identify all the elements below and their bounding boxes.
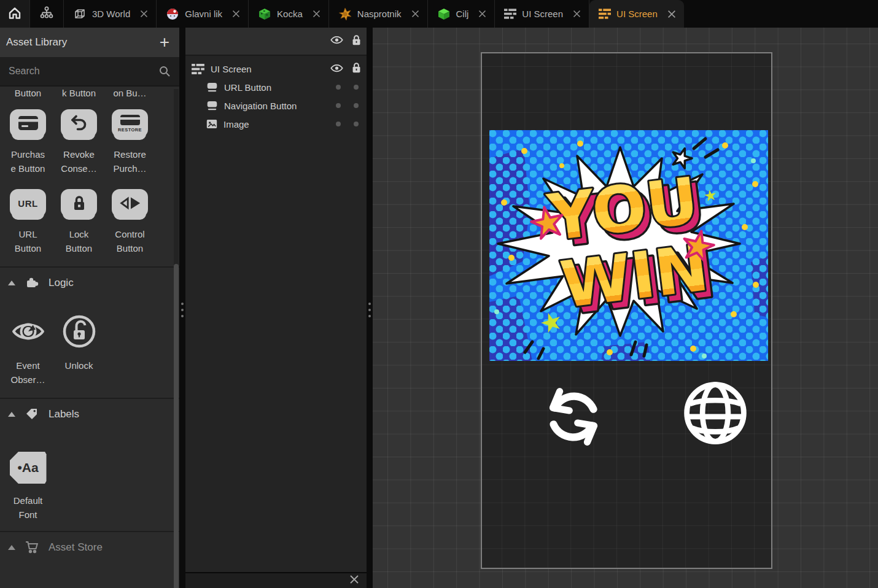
- credit-card-button-icon: [10, 109, 46, 137]
- tab-kocka[interactable]: Kocka: [249, 0, 329, 28]
- tab-ui-screen-2-active[interactable]: UI Screen: [589, 0, 684, 28]
- asset-grid-row-1: Purchas e Button Revoke Conse… RESTORE: [0, 109, 179, 176]
- tag-icon: [25, 407, 39, 422]
- panel-divider-right[interactable]: [367, 28, 373, 588]
- close-tab-icon[interactable]: [411, 10, 419, 18]
- hidden-visibility-dot[interactable]: [336, 103, 341, 108]
- add-asset-button[interactable]: +: [160, 36, 169, 48]
- tree-row-url-button[interactable]: URL Button: [185, 78, 367, 96]
- hidden-lock-dot[interactable]: [354, 122, 359, 126]
- tab-cilj[interactable]: Cilj: [428, 0, 495, 28]
- tree-row-image[interactable]: Image: [185, 115, 367, 133]
- design-canvas[interactable]: YOU WIN YOU WIN: [373, 28, 878, 588]
- close-panel-icon[interactable]: [349, 574, 359, 587]
- tree-row-label: URL Button: [224, 82, 336, 93]
- asset-event-observer[interactable]: Event Obser…: [2, 314, 53, 387]
- asset-label-line: Revoke: [61, 147, 96, 161]
- visibility-eye-icon[interactable]: [330, 63, 343, 75]
- close-tab-icon[interactable]: [667, 10, 676, 18]
- hidden-visibility-dot[interactable]: [336, 85, 341, 90]
- asset-label-line: Obser…: [11, 373, 45, 387]
- tab-label: Kocka: [277, 9, 303, 19]
- asset-url-button[interactable]: URL URL Button: [2, 189, 53, 255]
- asset-store-header[interactable]: Asset Store: [0, 532, 179, 563]
- cart-icon: [25, 540, 39, 555]
- tree-row-ui-screen[interactable]: UI Screen: [185, 60, 367, 78]
- button-shape-icon: [206, 82, 218, 92]
- divider-drag-handle[interactable]: [181, 303, 184, 317]
- collapse-triangle-icon[interactable]: [8, 280, 15, 285]
- asset-unlock[interactable]: Unlock: [53, 314, 104, 387]
- asset-label-line: Event: [11, 358, 45, 373]
- hidden-lock-dot[interactable]: [354, 85, 359, 90]
- button-shape-icon: [206, 101, 218, 110]
- hidden-lock-dot[interactable]: [354, 103, 359, 108]
- home-button[interactable]: [0, 0, 30, 28]
- close-tab-icon[interactable]: [573, 10, 581, 18]
- asset-lock-button[interactable]: Lock Button: [53, 189, 104, 255]
- logic-section-header[interactable]: Logic: [0, 268, 179, 298]
- tab-label: UI Screen: [522, 9, 563, 19]
- search-input[interactable]: [9, 66, 158, 77]
- ui-layout-icon: [192, 64, 204, 74]
- sidebar-scrollbar-track[interactable]: [174, 89, 179, 588]
- asset-label-line: Font: [14, 508, 43, 522]
- asset-store-title: Asset Store: [49, 541, 103, 554]
- cube-wireframe-icon: [73, 7, 87, 21]
- clipped-label[interactable]: k Button: [62, 88, 96, 100]
- tab-label: UI Screen: [616, 9, 658, 19]
- tab-3d-world[interactable]: 3D World: [64, 0, 157, 28]
- asset-label-line: Default: [14, 493, 43, 508]
- hierarchy-header: [185, 28, 367, 56]
- logic-items-row: Event Obser… Unlock: [0, 314, 179, 387]
- asset-label-line: Purchas: [11, 147, 45, 161]
- clipped-label[interactable]: Button: [15, 88, 41, 100]
- collapse-triangle-icon[interactable]: [8, 412, 15, 417]
- asset-default-font[interactable]: •Aa Default Font: [2, 452, 53, 522]
- asset-label-line: Purch…: [113, 161, 146, 176]
- panel-divider-left[interactable]: [179, 28, 185, 588]
- asset-restore-purchases-button[interactable]: RESTORE Restore Purch…: [104, 109, 155, 176]
- font-tag-icon: •Aa: [10, 452, 47, 484]
- clipped-label[interactable]: on Bu…: [113, 88, 146, 100]
- scene-hierarchy-button[interactable]: [30, 0, 64, 28]
- close-tab-icon[interactable]: [478, 10, 486, 18]
- asset-search-bar: [0, 57, 179, 87]
- asset-label-line: Button: [115, 241, 144, 255]
- asset-purchase-button[interactable]: Purchas e Button: [2, 109, 53, 176]
- url-globe-icon[interactable]: [680, 377, 751, 449]
- node-tree-icon: [39, 6, 54, 23]
- green-cube-icon: [437, 7, 451, 21]
- event-observer-eye-icon: [11, 314, 45, 349]
- asset-revoke-consent-button[interactable]: Revoke Conse…: [53, 109, 104, 176]
- logic-section-title: Logic: [49, 277, 74, 289]
- collapse-triangle-icon[interactable]: [8, 545, 15, 550]
- url-chip-text: URL: [18, 198, 37, 209]
- hidden-visibility-dot[interactable]: [336, 122, 341, 126]
- ui-screen-frame: YOU WIN YOU WIN: [481, 52, 772, 569]
- ui-layout-icon: [599, 9, 611, 19]
- lock-icon[interactable]: [351, 62, 362, 75]
- lock-icon[interactable]: [351, 34, 362, 48]
- divider-drag-handle[interactable]: [368, 303, 371, 317]
- you-win-image[interactable]: YOU WIN YOU WIN: [489, 130, 768, 361]
- tab-glavni-lik[interactable]: Glavni lik: [157, 0, 249, 28]
- font-tag-text: •Aa: [17, 460, 38, 475]
- labels-section-header[interactable]: Labels: [0, 399, 179, 430]
- clipped-asset-labels-row: Button k Button on Bu…: [0, 88, 179, 100]
- home-icon: [7, 6, 22, 23]
- asset-library-header: Asset Library +: [0, 28, 179, 57]
- asset-control-button[interactable]: Control Button: [104, 189, 155, 255]
- close-tab-icon[interactable]: [313, 10, 321, 18]
- tab-ui-screen-1[interactable]: UI Screen: [495, 0, 589, 28]
- tree-row-navigation-button[interactable]: Navigation Button: [185, 96, 367, 115]
- tab-nasprotnik[interactable]: Nasprotnik: [329, 0, 428, 28]
- sidebar-scrollbar-thumb[interactable]: [174, 264, 179, 588]
- labels-section-title: Labels: [49, 408, 79, 420]
- close-tab-icon[interactable]: [140, 10, 148, 18]
- visibility-eye-icon[interactable]: [330, 34, 343, 48]
- asset-label-line: Button: [15, 241, 41, 255]
- unlock-circle-icon: [62, 314, 96, 349]
- close-tab-icon[interactable]: [232, 10, 240, 18]
- navigation-refresh-icon[interactable]: [539, 382, 608, 451]
